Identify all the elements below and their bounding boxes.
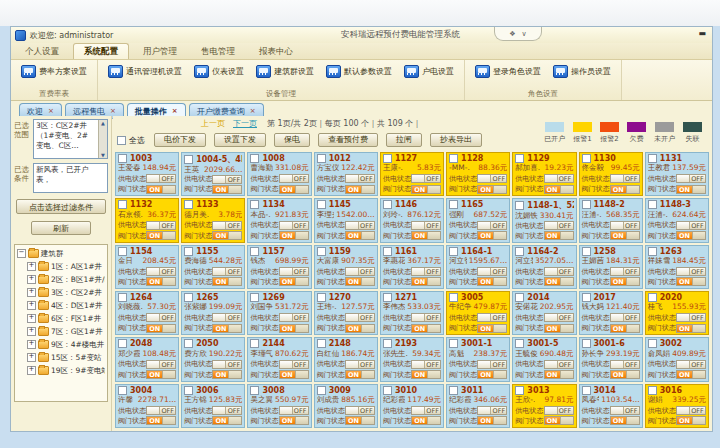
meter-card[interactable]: 1008 曹海勤. 331.08元 供电状态 OFF xyxy=(247,152,311,196)
supply-toggle[interactable]: OFF xyxy=(544,406,574,415)
ribbon-tab[interactable]: 报表中心 xyxy=(249,44,303,59)
tree-item[interactable]: 1区：A区1#井 xyxy=(17,260,105,273)
meter-card[interactable]: 1003 王爱春 148.94元 供电状态 OFF xyxy=(115,152,179,196)
valve-toggle[interactable]: ON xyxy=(146,185,176,194)
tree-item[interactable]: 19区：9#变电站（2#… xyxy=(17,364,105,377)
valve-toggle[interactable]: ON xyxy=(279,416,309,425)
supply-toggle[interactable]: OFF xyxy=(544,267,574,276)
tree-item[interactable]: 6区：F区1#井（F区1#… xyxy=(17,312,105,325)
card-checkbox[interactable] xyxy=(449,339,458,348)
meter-card[interactable]: 1157 钱杰 698.99元 供电状态 OFF xyxy=(247,245,311,289)
meter-card[interactable]: 1134 本品-. 921.83元 供电状态 OFF xyxy=(247,198,311,242)
expand-icon[interactable] xyxy=(27,262,36,271)
card-checkbox[interactable] xyxy=(250,386,259,395)
meter-card[interactable]: 3005 牛纪争 479.87元 供电状态 OFF xyxy=(446,291,510,335)
supply-toggle[interactable]: OFF xyxy=(676,313,706,322)
supply-toggle[interactable]: OFF xyxy=(610,221,640,230)
collapse-icon[interactable] xyxy=(17,249,26,258)
minimize-button[interactable]: ▬ xyxy=(698,29,706,39)
valve-toggle[interactable]: ON xyxy=(676,324,706,333)
selected-range-listbox[interactable]: 3区：C区2#井（1#变电、2#变电、C区… ▲▼ xyxy=(33,119,108,159)
supply-toggle[interactable]: OFF xyxy=(610,174,640,183)
supply-toggle[interactable]: OFF xyxy=(411,267,441,276)
card-checkbox[interactable] xyxy=(317,339,326,348)
toolbar-button[interactable]: 电价下发 xyxy=(154,133,206,147)
ribbon-tab[interactable]: 用户管理 xyxy=(133,44,187,59)
meter-card[interactable]: 3002 俞凤娟 409.89元 供电状态 OFF xyxy=(645,337,709,381)
meter-card[interactable]: 1132 石京领. 36.37元 供电状态 OFF xyxy=(115,198,179,242)
valve-toggle[interactable]: ON xyxy=(345,416,375,425)
valve-toggle[interactable]: ON xyxy=(411,277,441,286)
skin-icon[interactable]: ❖ xyxy=(509,30,515,38)
supply-toggle[interactable]: OFF xyxy=(345,313,375,322)
ribbon-tab[interactable]: 个人设置 xyxy=(15,44,69,59)
ribbon-button[interactable]: 户电设置 xyxy=(402,63,456,80)
supply-toggle[interactable]: OFF xyxy=(212,313,242,322)
close-icon[interactable]: × xyxy=(48,107,54,115)
prev-page-link[interactable]: 上一页 xyxy=(201,119,225,128)
valve-toggle[interactable]: ON xyxy=(610,185,640,194)
valve-toggle[interactable]: ON xyxy=(610,416,640,425)
valve-toggle[interactable]: ON xyxy=(279,277,309,286)
choose-filter-button[interactable]: 点击选择过滤条件 xyxy=(16,199,105,214)
ribbon-button[interactable]: 操作员设置 xyxy=(551,63,613,80)
valve-toggle[interactable]: ON xyxy=(676,185,706,194)
meter-card[interactable]: 1263 祥妹雪. 184.45元 供电状态 OFF xyxy=(645,245,709,289)
supply-toggle[interactable]: OFF xyxy=(279,174,309,183)
meter-card[interactable]: 1269 刘国争 531.72元 供电状态 OFF xyxy=(247,291,311,335)
valve-toggle[interactable]: ON xyxy=(345,185,375,194)
valve-toggle[interactable]: ON xyxy=(411,416,441,425)
card-checkbox[interactable] xyxy=(184,293,193,302)
supply-toggle[interactable]: OFF xyxy=(411,313,441,322)
supply-toggle[interactable]: OFF xyxy=(146,313,176,322)
tree-item[interactable]: 15区：5#变站（3#变… xyxy=(17,351,105,364)
meter-card[interactable]: 1129 郝加喜. 19.23元 供电状态 OFF xyxy=(512,152,576,196)
valve-toggle[interactable]: ON xyxy=(146,324,176,333)
meter-card[interactable]: 1161 李惠花 367.17元 供电状态 OFF xyxy=(380,245,444,289)
meter-card[interactable]: 3016 谢娟 339.25元 供电状态 OFF xyxy=(645,384,709,428)
card-checkbox[interactable] xyxy=(383,339,392,348)
card-checkbox[interactable] xyxy=(515,339,524,348)
card-checkbox[interactable] xyxy=(648,200,657,209)
card-checkbox[interactable] xyxy=(515,247,524,256)
meter-card[interactable]: 2014 安偌花 202.95元 供电状态 OFF xyxy=(512,291,576,335)
card-checkbox[interactable] xyxy=(250,339,259,348)
meter-card[interactable]: 1164-1 河立智. 1595.67… 供电状态 OFF xyxy=(446,245,510,289)
tree-item[interactable]: 2区：B区1#井/B区1#… xyxy=(17,273,105,286)
meter-card[interactable]: 3010 纪彩霞. 117.49元 供电状态 OFF xyxy=(380,384,444,428)
expand-icon[interactable] xyxy=(27,353,36,362)
meter-card[interactable]: 1146 刘玲-. 876.12元 供电状态 OFF xyxy=(380,198,444,242)
meter-card[interactable]: 3013 王欣-. 97.81元 供电状态 OFF xyxy=(512,384,576,428)
meter-card[interactable]: 3004 许馨 2278.71… 供电状态 OFF xyxy=(115,384,179,428)
valve-toggle[interactable]: ON xyxy=(279,185,309,194)
card-checkbox[interactable] xyxy=(118,386,127,395)
meter-card[interactable]: 1145 李理光. 1542.00… 供电状态 OFF xyxy=(314,198,378,242)
expand-icon[interactable] xyxy=(27,327,36,336)
supply-toggle[interactable]: OFF xyxy=(610,313,640,322)
valve-toggle[interactable]: ON xyxy=(610,324,640,333)
card-checkbox[interactable] xyxy=(449,154,458,163)
valve-toggle[interactable]: ON xyxy=(544,324,574,333)
valve-toggle[interactable]: ON xyxy=(146,370,176,379)
card-checkbox[interactable] xyxy=(449,247,458,256)
ribbon-tab[interactable]: 系统配置 xyxy=(73,43,129,59)
card-checkbox[interactable] xyxy=(250,293,259,302)
supply-toggle[interactable]: OFF xyxy=(676,174,706,183)
tree-item[interactable]: 7区：G区1#井 xyxy=(17,325,105,338)
meter-card[interactable]: 2144 李瑾气 870.62元 供电状态 OFF xyxy=(247,337,311,381)
skin-pill[interactable]: ❖ ∨ xyxy=(494,27,542,41)
valve-toggle[interactable]: ON xyxy=(279,370,309,379)
supply-toggle[interactable]: OFF xyxy=(411,221,441,230)
card-checkbox[interactable] xyxy=(515,154,524,163)
supply-toggle[interactable]: OFF xyxy=(279,221,309,230)
valve-toggle[interactable]: ON xyxy=(610,277,640,286)
tree-item[interactable]: 3区：C区2#井（1#变… xyxy=(17,286,105,299)
supply-toggle[interactable]: OFF xyxy=(279,313,309,322)
card-checkbox[interactable] xyxy=(317,154,326,163)
meter-card[interactable]: 1127 王康-. 5.83元 供电状态 OFF xyxy=(380,152,444,196)
card-checkbox[interactable] xyxy=(449,293,458,302)
toolbar-button[interactable]: 查看预付费 xyxy=(318,133,378,147)
tree-item[interactable]: 9区：4#楼电井（4#楼… xyxy=(17,338,105,351)
supply-toggle[interactable]: OFF xyxy=(345,406,375,415)
valve-toggle[interactable]: ON xyxy=(146,277,176,286)
